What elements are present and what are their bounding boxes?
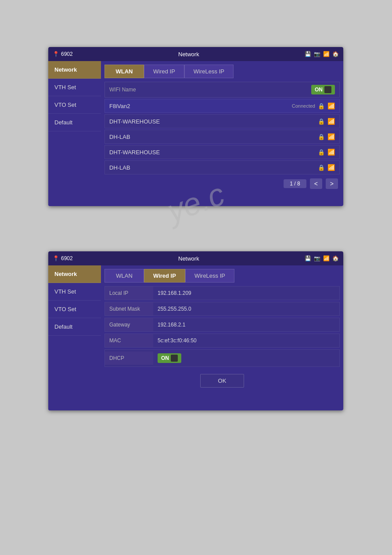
wifi-status-icon-2: 📶 xyxy=(323,255,330,261)
screen2-title: Network xyxy=(73,255,305,262)
wifi-status-connected: Connected xyxy=(292,103,315,109)
form-row-dhcp: DHCP ON xyxy=(104,349,340,367)
value-dhcp: ON xyxy=(153,350,339,366)
sd-icon: 💾 xyxy=(305,51,311,57)
sidebar-item-vth-set[interactable]: VTH Set xyxy=(48,79,101,96)
tab-bar-2: WLAN Wired IP WireLess IP xyxy=(104,269,340,283)
ok-button[interactable]: OK xyxy=(200,374,245,388)
label-gateway: Gateway xyxy=(105,318,153,331)
sidebar-item-vto-set[interactable]: VTO Set xyxy=(48,96,101,114)
status-icons-2: 💾 📷 📶 🏠 xyxy=(305,255,339,261)
wifi-name-dhlab2: DH-LAB xyxy=(109,164,318,171)
status-bar-1: 📍 6902 Network 💾 📷 📶 🏠 xyxy=(48,47,343,61)
content-2: WLAN Wired IP WireLess IP Local IP 192.1… xyxy=(101,265,343,410)
next-btn[interactable]: > xyxy=(326,178,338,189)
form-row-mac: MAC 5c:ef:3c:f0:46:50 xyxy=(104,334,340,348)
wifi-icon-0: 📶 xyxy=(327,102,335,109)
lock-icon-0: 🔒 xyxy=(318,103,325,109)
pin-icon-2: 📍 xyxy=(53,255,59,261)
lock-icon-3: 🔒 xyxy=(318,149,325,156)
lock-icon-4: 🔒 xyxy=(318,164,325,171)
wifi-row-dht2[interactable]: DHT-WAREHOUSE 🔒 📶 xyxy=(104,145,340,159)
wifi-name-f8ivan2: F8iVan2 xyxy=(109,103,292,109)
status-icons-1: 💾 📷 📶 🏠 xyxy=(305,51,339,57)
tab-bar-1: WLAN Wired IP WireLess IP xyxy=(104,65,340,78)
sd-icon-2: 💾 xyxy=(305,255,311,261)
form-row-local-ip: Local IP 192.168.1.209 xyxy=(104,286,340,300)
lock-icon-1: 🔒 xyxy=(318,118,325,125)
wifi-name-dhlab1: DH-LAB xyxy=(109,134,318,140)
prev-btn[interactable]: < xyxy=(310,178,322,189)
sidebar-2: Network VTH Set VTO Set Default xyxy=(48,265,101,410)
pagination-1: 1 / 8 < > xyxy=(104,176,340,190)
camera-icon-2: 📷 xyxy=(314,255,320,261)
screen1-title: Network xyxy=(73,51,305,58)
form-row-subnet: Subnet Mask 255.255.255.0 xyxy=(104,302,340,316)
wifi-row-dhlab1[interactable]: DH-LAB 🔒 📶 xyxy=(104,130,340,144)
form-row-gateway: Gateway 192.168.2.1 xyxy=(104,318,340,332)
main-area-1: Network VTH Set VTO Set Default WLAN Wir… xyxy=(48,61,343,206)
wifi-header-row: WIFI Name ON xyxy=(104,82,340,98)
location-1: 📍 6902 xyxy=(53,51,73,57)
wifi-icon-4: 📶 xyxy=(327,164,335,171)
toggle-square xyxy=(324,86,331,93)
tab2-wired-ip[interactable]: Wired IP xyxy=(144,269,185,283)
dhcp-toggle-square xyxy=(171,355,178,362)
tab-wired-ip[interactable]: Wired IP xyxy=(144,65,184,78)
dhcp-toggle[interactable]: ON xyxy=(158,353,181,363)
wifi-name-label: WIFI Name xyxy=(109,87,311,93)
sidebar2-item-vth-set[interactable]: VTH Set xyxy=(48,283,101,301)
tab-wireless-ip[interactable]: WireLess IP xyxy=(184,65,234,78)
home-icon-2: 🏠 xyxy=(332,255,339,261)
home-icon: 🏠 xyxy=(332,51,339,57)
sidebar2-item-vto-set[interactable]: VTO Set xyxy=(48,301,101,318)
label-mac: MAC xyxy=(105,334,153,347)
value-gateway[interactable]: 192.168.2.1 xyxy=(153,318,339,331)
wifi-toggle[interactable]: ON xyxy=(311,85,335,94)
wifi-icon-2: 📶 xyxy=(327,133,335,140)
value-mac: 5c:ef:3c:f0:46:50 xyxy=(153,334,339,347)
screen-wired-ip: 📍 6902 Network 💾 📷 📶 🏠 Network VTH Set V… xyxy=(48,251,343,410)
label-local-ip: Local IP xyxy=(105,287,153,300)
tab2-wlan[interactable]: WLAN xyxy=(104,269,144,283)
location-2: 📍 6902 xyxy=(53,255,73,261)
value-local-ip[interactable]: 192.168.1.209 xyxy=(153,287,339,300)
tab-wlan[interactable]: WLAN xyxy=(104,65,144,78)
wifi-icon-3: 📶 xyxy=(327,149,335,156)
sidebar-item-network[interactable]: Network xyxy=(48,61,101,79)
pin-icon: 📍 xyxy=(53,51,59,57)
wifi-icon-1: 📶 xyxy=(327,118,335,125)
wifi-name-dht1: DHT-WAREHOUSE xyxy=(109,118,318,125)
wifi-row-dht1[interactable]: DHT-WAREHOUSE 🔒 📶 xyxy=(104,114,340,128)
wifi-row-dhlab2[interactable]: DH-LAB 🔒 📶 xyxy=(104,160,340,174)
label-subnet: Subnet Mask xyxy=(105,302,153,316)
label-dhcp: DHCP xyxy=(105,352,153,365)
tab2-wireless-ip[interactable]: WireLess IP xyxy=(185,269,234,283)
page-info: 1 / 8 xyxy=(284,179,306,188)
content-1: WLAN Wired IP WireLess IP WIFI Name ON xyxy=(101,61,343,206)
wifi-name-dht2: DHT-WAREHOUSE xyxy=(109,149,318,156)
lock-icon-2: 🔒 xyxy=(318,134,325,140)
sidebar-1: Network VTH Set VTO Set Default xyxy=(48,61,101,206)
wifi-row-f8ivan2[interactable]: F8iVan2 Connected 🔒 📶 xyxy=(104,99,340,113)
value-subnet[interactable]: 255.255.255.0 xyxy=(153,302,339,316)
screen-wlan: 📍 6902 Network 💾 📷 📶 🏠 Network VTH Set V… xyxy=(48,47,343,206)
sidebar2-item-default[interactable]: Default xyxy=(48,318,101,336)
status-bar-2: 📍 6902 Network 💾 📷 📶 🏠 xyxy=(48,251,343,265)
main-area-2: Network VTH Set VTO Set Default WLAN Wir… xyxy=(48,265,343,410)
sidebar2-item-network[interactable]: Network xyxy=(48,265,101,283)
sidebar-item-default[interactable]: Default xyxy=(48,114,101,131)
camera-icon: 📷 xyxy=(314,51,320,57)
wifi-status-icon: 📶 xyxy=(323,51,330,57)
